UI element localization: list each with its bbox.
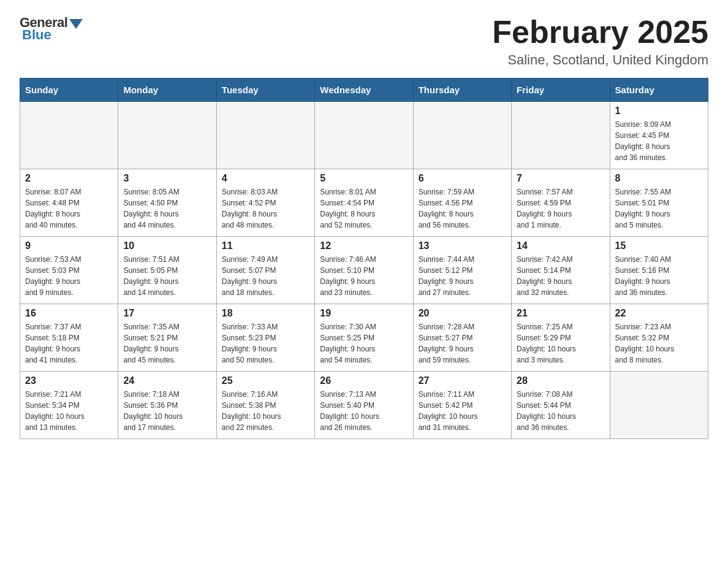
day-info: Sunrise: 7:16 AM Sunset: 5:38 PM Dayligh…: [222, 389, 309, 433]
col-sunday: Sunday: [20, 79, 118, 102]
col-saturday: Saturday: [610, 79, 708, 102]
day-info: Sunrise: 7:59 AM Sunset: 4:56 PM Dayligh…: [419, 186, 506, 231]
day-info: Sunrise: 7:35 AM Sunset: 5:21 PM Dayligh…: [123, 321, 211, 366]
calendar-cell: 21Sunrise: 7:25 AM Sunset: 5:29 PM Dayli…: [512, 304, 610, 372]
day-info: Sunrise: 7:55 AM Sunset: 5:01 PM Dayligh…: [615, 186, 703, 231]
day-info: Sunrise: 7:33 AM Sunset: 5:23 PM Dayligh…: [222, 321, 309, 366]
logo-blue-label: Blue: [22, 27, 51, 42]
day-info: Sunrise: 7:40 AM Sunset: 5:16 PM Dayligh…: [615, 254, 703, 298]
calendar-cell: [512, 102, 610, 169]
calendar-cell: [315, 102, 413, 169]
col-thursday: Thursday: [413, 79, 511, 102]
logo-triangle-icon: [69, 19, 83, 29]
day-info: Sunrise: 7:53 AM Sunset: 5:03 PM Dayligh…: [25, 254, 113, 298]
calendar-cell: 19Sunrise: 7:30 AM Sunset: 5:25 PM Dayli…: [315, 304, 413, 372]
calendar-cell: 22Sunrise: 7:23 AM Sunset: 5:32 PM Dayli…: [610, 304, 708, 372]
col-monday: Monday: [118, 79, 216, 102]
day-info: Sunrise: 7:49 AM Sunset: 5:07 PM Dayligh…: [222, 254, 309, 298]
day-number: 17: [123, 308, 211, 319]
day-number: 8: [615, 173, 703, 184]
day-info: Sunrise: 7:30 AM Sunset: 5:25 PM Dayligh…: [320, 321, 408, 366]
calendar-cell: 6Sunrise: 7:59 AM Sunset: 4:56 PM Daylig…: [413, 169, 511, 237]
day-number: 2: [25, 173, 113, 184]
day-number: 4: [222, 173, 309, 184]
calendar-cell: [20, 102, 118, 169]
day-info: Sunrise: 7:11 AM Sunset: 5:42 PM Dayligh…: [419, 389, 506, 433]
calendar-week-1: 1Sunrise: 8:09 AM Sunset: 4:45 PM Daylig…: [20, 102, 708, 169]
day-info: Sunrise: 7:37 AM Sunset: 5:18 PM Dayligh…: [25, 321, 113, 366]
day-number: 3: [123, 173, 211, 184]
day-info: Sunrise: 8:01 AM Sunset: 4:54 PM Dayligh…: [320, 186, 408, 231]
day-number: 5: [320, 173, 408, 184]
calendar-cell: 2Sunrise: 8:07 AM Sunset: 4:48 PM Daylig…: [20, 169, 118, 237]
calendar-week-3: 9Sunrise: 7:53 AM Sunset: 5:03 PM Daylig…: [20, 237, 708, 304]
day-number: 7: [517, 173, 604, 184]
day-number: 16: [25, 308, 113, 319]
calendar-week-2: 2Sunrise: 8:07 AM Sunset: 4:48 PM Daylig…: [20, 169, 708, 237]
day-info: Sunrise: 7:57 AM Sunset: 4:59 PM Dayligh…: [517, 186, 604, 231]
day-info: Sunrise: 7:25 AM Sunset: 5:29 PM Dayligh…: [517, 321, 604, 366]
day-info: Sunrise: 7:28 AM Sunset: 5:27 PM Dayligh…: [419, 321, 506, 366]
day-number: 1: [615, 105, 703, 117]
col-tuesday: Tuesday: [216, 79, 314, 102]
calendar-subtitle: Saline, Scotland, United Kingdom: [492, 52, 708, 68]
day-info: Sunrise: 8:03 AM Sunset: 4:52 PM Dayligh…: [222, 186, 309, 231]
day-info: Sunrise: 7:21 AM Sunset: 5:34 PM Dayligh…: [25, 389, 113, 433]
day-info: Sunrise: 7:23 AM Sunset: 5:32 PM Dayligh…: [615, 321, 703, 366]
logo: General Blue: [20, 15, 83, 43]
col-friday: Friday: [512, 79, 610, 102]
calendar-cell: 27Sunrise: 7:11 AM Sunset: 5:42 PM Dayli…: [413, 372, 511, 439]
calendar-cell: [413, 102, 511, 169]
calendar-week-5: 23Sunrise: 7:21 AM Sunset: 5:34 PM Dayli…: [20, 372, 708, 439]
calendar-cell: 23Sunrise: 7:21 AM Sunset: 5:34 PM Dayli…: [20, 372, 118, 439]
calendar-cell: 4Sunrise: 8:03 AM Sunset: 4:52 PM Daylig…: [216, 169, 314, 237]
day-number: 18: [222, 308, 309, 319]
day-number: 24: [123, 375, 211, 386]
day-number: 10: [123, 240, 211, 251]
calendar-body: 1Sunrise: 8:09 AM Sunset: 4:45 PM Daylig…: [20, 102, 708, 439]
calendar-cell: [610, 372, 708, 439]
calendar-week-4: 16Sunrise: 7:37 AM Sunset: 5:18 PM Dayli…: [20, 304, 708, 372]
day-info: Sunrise: 7:42 AM Sunset: 5:14 PM Dayligh…: [517, 254, 604, 298]
day-info: Sunrise: 7:13 AM Sunset: 5:40 PM Dayligh…: [320, 389, 408, 433]
title-area: February 2025 Saline, Scotland, United K…: [492, 15, 708, 68]
calendar-cell: 16Sunrise: 7:37 AM Sunset: 5:18 PM Dayli…: [20, 304, 118, 372]
calendar-cell: 24Sunrise: 7:18 AM Sunset: 5:36 PM Dayli…: [118, 372, 216, 439]
page-header: General Blue February 2025 Saline, Scotl…: [20, 15, 708, 68]
header-row: Sunday Monday Tuesday Wednesday Thursday…: [20, 79, 708, 102]
day-info: Sunrise: 7:08 AM Sunset: 5:44 PM Dayligh…: [517, 389, 604, 433]
logo-blue-text: Blue: [22, 27, 51, 43]
calendar-table: Sunday Monday Tuesday Wednesday Thursday…: [20, 78, 708, 439]
calendar-cell: 18Sunrise: 7:33 AM Sunset: 5:23 PM Dayli…: [216, 304, 314, 372]
calendar-cell: 20Sunrise: 7:28 AM Sunset: 5:27 PM Dayli…: [413, 304, 511, 372]
day-number: 13: [419, 240, 506, 251]
calendar-cell: [216, 102, 314, 169]
day-number: 14: [517, 240, 604, 251]
day-number: 28: [517, 375, 604, 386]
calendar-cell: 11Sunrise: 7:49 AM Sunset: 5:07 PM Dayli…: [216, 237, 314, 304]
calendar-cell: 12Sunrise: 7:46 AM Sunset: 5:10 PM Dayli…: [315, 237, 413, 304]
col-wednesday: Wednesday: [315, 79, 413, 102]
day-number: 12: [320, 240, 408, 251]
calendar-cell: 15Sunrise: 7:40 AM Sunset: 5:16 PM Dayli…: [610, 237, 708, 304]
calendar-cell: 26Sunrise: 7:13 AM Sunset: 5:40 PM Dayli…: [315, 372, 413, 439]
calendar-cell: 7Sunrise: 7:57 AM Sunset: 4:59 PM Daylig…: [512, 169, 610, 237]
calendar-cell: 28Sunrise: 7:08 AM Sunset: 5:44 PM Dayli…: [512, 372, 610, 439]
day-number: 26: [320, 375, 408, 386]
calendar-cell: [118, 102, 216, 169]
calendar-header: Sunday Monday Tuesday Wednesday Thursday…: [20, 79, 708, 102]
day-info: Sunrise: 8:07 AM Sunset: 4:48 PM Dayligh…: [25, 186, 113, 231]
day-info: Sunrise: 7:51 AM Sunset: 5:05 PM Dayligh…: [123, 254, 211, 298]
day-info: Sunrise: 7:44 AM Sunset: 5:12 PM Dayligh…: [419, 254, 506, 298]
day-info: Sunrise: 8:09 AM Sunset: 4:45 PM Dayligh…: [615, 119, 703, 163]
day-number: 27: [419, 375, 506, 386]
calendar-cell: 1Sunrise: 8:09 AM Sunset: 4:45 PM Daylig…: [610, 102, 708, 169]
day-number: 6: [419, 173, 506, 184]
calendar-cell: 25Sunrise: 7:16 AM Sunset: 5:38 PM Dayli…: [216, 372, 314, 439]
day-number: 22: [615, 308, 703, 319]
calendar-cell: 13Sunrise: 7:44 AM Sunset: 5:12 PM Dayli…: [413, 237, 511, 304]
day-number: 20: [419, 308, 506, 319]
calendar-cell: 5Sunrise: 8:01 AM Sunset: 4:54 PM Daylig…: [315, 169, 413, 237]
calendar-cell: 14Sunrise: 7:42 AM Sunset: 5:14 PM Dayli…: [512, 237, 610, 304]
day-info: Sunrise: 7:46 AM Sunset: 5:10 PM Dayligh…: [320, 254, 408, 298]
